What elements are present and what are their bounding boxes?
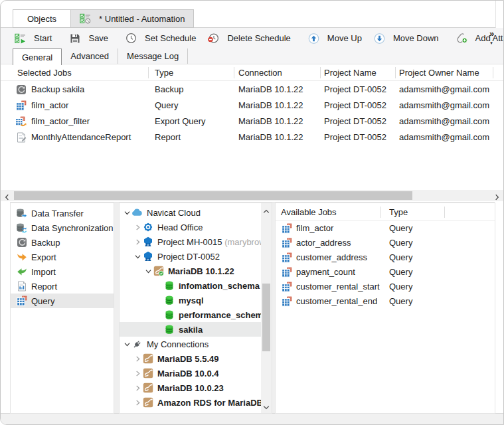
horizontal-scrollbar-thumb[interactable] xyxy=(14,191,412,200)
mariadb-icon xyxy=(142,397,153,408)
tree-item-label: sakila xyxy=(179,325,203,335)
chevron-right-icon[interactable] xyxy=(133,224,142,230)
chevron-right-icon[interactable] xyxy=(133,239,142,245)
job-type-sidebar: Data TransferData SynchronizationBackupE… xyxy=(10,203,114,414)
tree-vertical-scrollbar[interactable] xyxy=(261,203,272,413)
save-button[interactable]: Save xyxy=(63,30,114,47)
job-type: Backup xyxy=(155,84,183,94)
column-header-connection[interactable]: Connection xyxy=(238,68,282,78)
automation-icon xyxy=(80,13,91,25)
database-icon xyxy=(163,295,175,306)
column-header-selected-jobs[interactable]: Selected Jobs xyxy=(17,68,72,78)
selected-job-row-backup-sakila[interactable]: Backup sakila Backup MariaDB 10.1.22 Pro… xyxy=(1,81,503,97)
circle-down-icon xyxy=(374,33,385,44)
section-tabs: GeneralAdvancedMessage Log xyxy=(1,48,503,64)
report-doc-icon xyxy=(16,281,27,292)
sidebar-item-data-synchronization[interactable]: Data Synchronization xyxy=(11,220,114,235)
column-header-type[interactable]: Type xyxy=(389,207,408,217)
tab-label: Objects xyxy=(27,14,56,24)
move-up-button[interactable]: Move Up xyxy=(302,30,368,47)
selected-job-row-film-actor[interactable]: film_actor Query MariaDB 10.1.22 Project… xyxy=(1,97,503,113)
tabbar-right-border xyxy=(495,1,496,28)
document-tab-untitled-automation[interactable]: * Untitled - Automation xyxy=(71,9,194,28)
scroll-right-arrow-icon[interactable] xyxy=(493,193,500,199)
tree-item-mariadb-10-0-23[interactable]: MariaDB 10.0.23 xyxy=(120,381,261,395)
tab-advanced[interactable]: Advanced xyxy=(62,48,118,64)
tree-scrollbar-thumb[interactable] xyxy=(262,284,270,351)
circle-up-icon xyxy=(308,33,319,44)
set-schedule-button[interactable]: Set Schedule xyxy=(120,30,202,47)
available-job-row-customer-rental-start[interactable]: customer_rental_start Query xyxy=(276,280,495,294)
available-job-name: customer_rental_start xyxy=(296,282,380,292)
chevron-right-icon[interactable] xyxy=(133,356,142,362)
tree-item-label: infomation_schema xyxy=(179,281,260,291)
chevron-right-icon[interactable] xyxy=(133,371,142,377)
job-type: Report xyxy=(155,132,181,142)
tree-item-mariadb-10-0-4[interactable]: MariaDB 10.0.4 xyxy=(120,366,261,381)
tree-item-amazon-rds-for-mariadb[interactable]: Amazon RDS for MariaDB xyxy=(120,395,261,410)
column-header-type[interactable]: Type xyxy=(155,68,173,78)
tree-item-project-dt-0052[interactable]: Project DT-0052 xyxy=(120,249,261,264)
tree-item-navicat-cloud[interactable]: Navicat Cloud xyxy=(120,205,261,220)
available-job-row-payment-count[interactable]: payment_count Query xyxy=(276,265,495,280)
chevron-right-icon[interactable] xyxy=(133,400,142,406)
job-name: Backup sakila xyxy=(31,84,84,94)
sidebar-item-report[interactable]: Report xyxy=(11,279,114,294)
move-down-button[interactable]: Move Down xyxy=(368,30,445,47)
tree-item-mariadb-10-1-22[interactable]: MariaDB 10.1.22 xyxy=(120,264,261,278)
column-header-project-owner-name[interactable]: Project Owner Name xyxy=(399,68,479,78)
selected-job-row-film-actor-filter[interactable]: film_actor_filter Export Query MariaDB 1… xyxy=(1,113,503,129)
job-type: Query xyxy=(155,100,178,110)
chevron-down-icon[interactable] xyxy=(122,210,131,216)
sidebar-item-export[interactable]: Export xyxy=(11,250,114,264)
toolbar-overflow-button[interactable]: » ▾ xyxy=(484,30,499,46)
chevron-down-icon[interactable] xyxy=(122,341,131,347)
chevron-down-icon[interactable] xyxy=(143,268,153,274)
chevron-right-icon[interactable] xyxy=(133,385,142,391)
tab-general[interactable]: General xyxy=(13,48,62,65)
available-job-row-actor-address[interactable]: actor_address Query xyxy=(276,236,495,250)
scroll-left-arrow-icon[interactable] xyxy=(4,193,11,199)
selected-jobs-list: Backup sakila Backup MariaDB 10.1.22 Pro… xyxy=(1,81,503,190)
paperclip-plus-icon xyxy=(456,33,467,44)
connection-tree: Navicat Cloud Head Office Project MH-001… xyxy=(120,205,272,410)
report-edit-icon xyxy=(15,131,27,143)
tree-item-project-mh-0015[interactable]: Project MH-0015 (marybrow xyxy=(120,234,261,249)
tree-item-mysql[interactable]: mysql xyxy=(120,293,261,307)
available-job-type: Query xyxy=(389,223,412,233)
available-job-row-customer-address[interactable]: customer_address Query xyxy=(276,250,495,265)
database-icon xyxy=(163,324,175,335)
scroll-up-arrow-icon[interactable] xyxy=(263,207,270,214)
document-tab-objects[interactable]: Objects xyxy=(13,9,71,28)
tree-item-label: MariaDB 5.5.49 xyxy=(157,354,219,364)
tree-item-sakila[interactable]: sakila xyxy=(120,322,261,337)
backup-icon xyxy=(16,237,27,248)
available-job-name: customer_address xyxy=(296,252,367,262)
scroll-down-arrow-icon[interactable] xyxy=(263,402,270,409)
tree-item-my-connections[interactable]: My Connections xyxy=(120,337,261,351)
available-job-row-customer-rental-end[interactable]: customer_rental_end Query xyxy=(276,294,495,309)
job-type: Export Query xyxy=(155,116,206,126)
mariadb-icon xyxy=(142,353,153,365)
column-header-project-name[interactable]: Project Name xyxy=(324,68,377,78)
start-button[interactable]: Start xyxy=(9,30,58,47)
available-jobs-header: Available Jobs Type xyxy=(276,203,495,221)
tree-item-head-office[interactable]: Head Office xyxy=(120,220,261,234)
document-tabbar: Objects* Untitled - Automation xyxy=(13,9,194,28)
chevron-down-icon[interactable] xyxy=(133,254,142,260)
query-icon xyxy=(281,296,292,307)
tree-item-performance-schema[interactable]: performance_schema xyxy=(120,307,261,322)
selected-job-row-monthlyattendancereport[interactable]: MonthlyAttendanceReport Report MariaDB 1… xyxy=(1,129,503,145)
overflow-dropdown-icon: ▾ xyxy=(484,39,499,46)
tree-item-mariadb-5-5-49[interactable]: MariaDB 5.5.49 xyxy=(120,351,261,366)
sidebar-item-import[interactable]: Import xyxy=(11,264,114,279)
column-header-available-jobs[interactable]: Available Jobs xyxy=(281,207,337,217)
available-job-row-film-actor[interactable]: film_actor Query xyxy=(276,221,495,236)
sidebar-item-data-transfer[interactable]: Data Transfer xyxy=(11,206,114,220)
horizontal-scrollbar[interactable] xyxy=(1,190,503,201)
sidebar-item-query[interactable]: Query xyxy=(11,294,114,308)
delete-schedule-button[interactable]: Delete Schedule xyxy=(202,30,296,47)
sidebar-item-backup[interactable]: Backup xyxy=(11,235,114,250)
tree-item-infomation-schema[interactable]: infomation_schema xyxy=(120,278,261,293)
tab-message-log[interactable]: Message Log xyxy=(118,48,188,64)
